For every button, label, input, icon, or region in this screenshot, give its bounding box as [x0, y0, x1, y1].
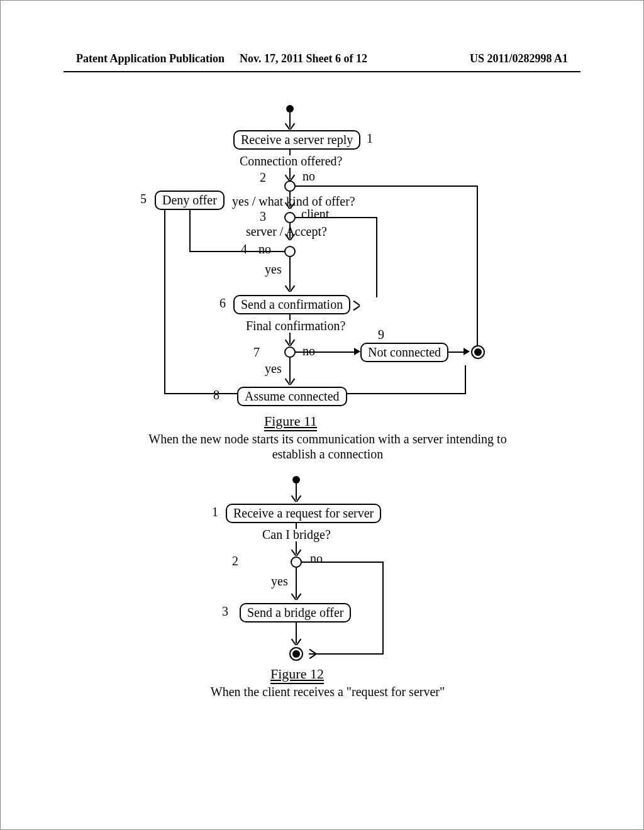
step-1-num: 1	[367, 131, 373, 146]
end-node-icon	[289, 647, 303, 661]
step-8-box: Assume connected	[237, 387, 347, 406]
connector	[309, 653, 382, 655]
connector	[296, 351, 358, 353]
connector	[296, 622, 297, 643]
figure-11-caption-1: When the new node starts its communicati…	[126, 432, 529, 446]
start-node-icon	[292, 476, 300, 484]
header-rule	[64, 71, 580, 72]
figure-11-caption-2: establish a connection	[126, 447, 529, 462]
decision-3-yes: yes	[265, 262, 282, 277]
connector	[296, 568, 297, 598]
connector	[164, 209, 165, 394]
step-5-num: 5	[140, 192, 147, 206]
step-6-box: Send a confirmation	[233, 295, 350, 314]
step-6-num: 6	[219, 296, 226, 311]
decision-1-num: 2	[232, 554, 238, 568]
header-middle: Nov. 17, 2011 Sheet 6 of 12	[240, 52, 367, 65]
figure-12-caption: When the client receives a "request for …	[152, 685, 504, 699]
connector	[289, 192, 291, 207]
page: Patent Application Publication Nov. 17, …	[0, 0, 644, 830]
start-node-icon	[286, 105, 294, 113]
connector	[289, 257, 291, 290]
decision-2-num: 3	[260, 209, 266, 224]
arrowhead-right-icon	[464, 348, 470, 355]
connector	[302, 562, 384, 563]
decision-node-icon	[284, 346, 296, 358]
decision-1-no: no	[310, 551, 323, 566]
connector	[477, 185, 478, 353]
connector	[289, 358, 291, 383]
connector	[382, 562, 384, 655]
decision-node-icon	[284, 212, 296, 223]
step-9-box: Not connected	[360, 343, 448, 362]
decision-node-icon	[291, 556, 302, 568]
decision-1-label: Can I bridge?	[262, 528, 331, 542]
connector	[189, 251, 284, 252]
decision-1-label: Connection offered?	[240, 154, 342, 169]
connector	[376, 217, 377, 297]
figure-12-title: Figure 12	[270, 666, 324, 684]
connector	[296, 185, 478, 187]
decision-1-yes: yes	[271, 574, 288, 589]
step-5-box: Deny offer	[155, 191, 225, 210]
decision-1-num: 2	[260, 170, 266, 185]
decision-4-num: 7	[253, 345, 260, 360]
step-3-box: Send a bridge offer	[240, 603, 351, 622]
step-9-num: 9	[378, 328, 384, 342]
decision-3-num: 4	[241, 242, 247, 257]
connector	[289, 223, 291, 238]
decision-2-client: client	[301, 207, 329, 221]
step-1-num: 1	[212, 505, 218, 519]
connector	[289, 168, 291, 179]
decision-node-icon	[284, 246, 296, 257]
connector	[296, 541, 297, 554]
decision-node-icon	[284, 180, 296, 192]
decision-4-yes: yes	[265, 362, 282, 376]
step-3-num: 3	[222, 604, 228, 619]
connector	[189, 209, 191, 251]
header-right: US 2011/0282998 A1	[470, 52, 568, 65]
connector	[289, 333, 291, 344]
step-1-box: Receive a server reply	[233, 130, 360, 150]
step-8-num: 8	[213, 388, 219, 402]
figure-11-title: Figure 11	[264, 413, 317, 431]
arrowhead-right-icon	[354, 348, 360, 355]
decision-3-no: no	[258, 242, 271, 257]
connector	[465, 365, 466, 393]
decision-4-label: Final confirmation?	[246, 319, 345, 333]
decision-1-no: no	[303, 169, 315, 184]
end-node-icon	[471, 345, 485, 359]
connector	[289, 113, 291, 128]
header-left: Patent Application Publication	[76, 52, 225, 65]
step-1-box: Receive a request for server	[226, 504, 381, 523]
connector	[296, 484, 297, 500]
connector	[296, 217, 377, 218]
